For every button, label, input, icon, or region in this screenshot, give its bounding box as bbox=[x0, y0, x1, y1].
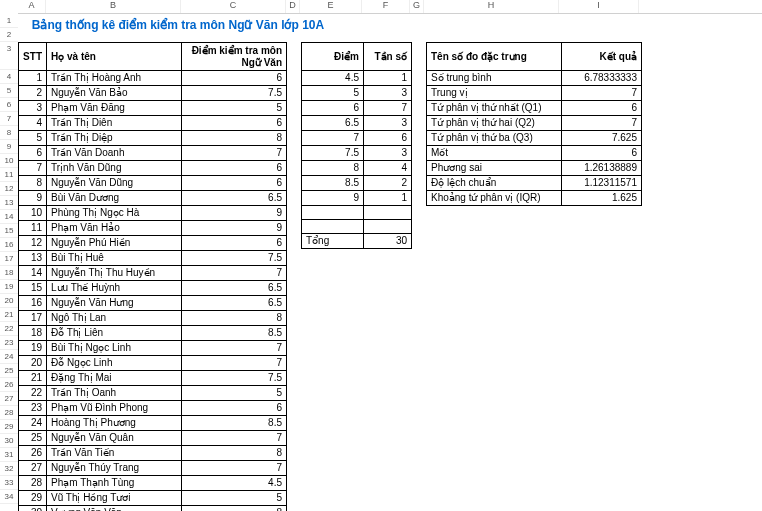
cell-stat-value[interactable]: 7.625 bbox=[562, 131, 642, 146]
cell-diem[interactable]: 8 bbox=[302, 161, 364, 176]
cell-score[interactable]: 6.5 bbox=[182, 296, 287, 311]
row-number[interactable]: 4 bbox=[0, 70, 18, 84]
col-header-f[interactable]: F bbox=[362, 0, 410, 13]
cell-stt[interactable]: 26 bbox=[19, 446, 47, 461]
cell-tanso[interactable]: 2 bbox=[364, 176, 412, 191]
cell-score[interactable]: 7 bbox=[182, 146, 287, 161]
row-number[interactable]: 28 bbox=[0, 406, 18, 420]
cell-stt[interactable]: 17 bbox=[19, 311, 47, 326]
row-number[interactable]: 6 bbox=[0, 98, 18, 112]
cell-stt[interactable]: 14 bbox=[19, 266, 47, 281]
cell-stt[interactable]: 16 bbox=[19, 296, 47, 311]
cell-tanso[interactable]: 3 bbox=[364, 146, 412, 161]
header-tanso[interactable]: Tần số bbox=[364, 43, 412, 71]
row-number[interactable]: 8 bbox=[0, 126, 18, 140]
cell-score[interactable]: 6 bbox=[182, 161, 287, 176]
cell-stt[interactable]: 2 bbox=[19, 86, 47, 101]
cell-stat-label[interactable]: Mốt bbox=[427, 146, 562, 161]
cell-score[interactable]: 6 bbox=[182, 236, 287, 251]
cell-score[interactable]: 7 bbox=[182, 431, 287, 446]
row-number[interactable]: 13 bbox=[0, 196, 18, 210]
cell-stt[interactable]: 30 bbox=[19, 506, 47, 512]
cell-stat-label[interactable]: Khoảng tứ phân vị (IQR) bbox=[427, 191, 562, 206]
cell-score[interactable]: 7 bbox=[182, 341, 287, 356]
cell-stt[interactable]: 15 bbox=[19, 281, 47, 296]
row-number[interactable]: 9 bbox=[0, 140, 18, 154]
cell-name[interactable]: Nguyễn Văn Hưng bbox=[47, 296, 182, 311]
row-number[interactable]: 16 bbox=[0, 238, 18, 252]
cell-name[interactable]: Phạm Văn Đăng bbox=[47, 101, 182, 116]
row-number[interactable]: 31 bbox=[0, 448, 18, 462]
header-stat-value[interactable]: Kết quả bbox=[562, 43, 642, 71]
cell-diem[interactable]: 9 bbox=[302, 191, 364, 206]
row-number[interactable]: 1 bbox=[0, 14, 18, 28]
cell-stt[interactable]: 9 bbox=[19, 191, 47, 206]
cell-stt[interactable]: 29 bbox=[19, 491, 47, 506]
row-number[interactable]: 29 bbox=[0, 420, 18, 434]
header-diem[interactable]: Điểm bbox=[302, 43, 364, 71]
row-number[interactable]: 22 bbox=[0, 322, 18, 336]
cell-name[interactable]: Nguyễn Phú Hiền bbox=[47, 236, 182, 251]
cell-name[interactable]: Nguyễn Văn Dũng bbox=[47, 176, 182, 191]
cell-stt[interactable]: 6 bbox=[19, 146, 47, 161]
cell-stt[interactable]: 13 bbox=[19, 251, 47, 266]
cell-diem[interactable]: 7.5 bbox=[302, 146, 364, 161]
cell-stat-label[interactable]: Độ lệch chuẩn bbox=[427, 176, 562, 191]
cell-score[interactable]: 7.5 bbox=[182, 371, 287, 386]
cell-score[interactable]: 6.5 bbox=[182, 191, 287, 206]
cell-stat-value[interactable]: 1.625 bbox=[562, 191, 642, 206]
cell-tanso[interactable]: 7 bbox=[364, 101, 412, 116]
row-number[interactable]: 18 bbox=[0, 266, 18, 280]
cell-stt[interactable]: 3 bbox=[19, 101, 47, 116]
cell-score[interactable]: 7 bbox=[182, 266, 287, 281]
col-header-h[interactable]: H bbox=[424, 0, 559, 13]
cell-score[interactable]: 8 bbox=[182, 446, 287, 461]
header-stt[interactable]: STT bbox=[19, 43, 47, 71]
cell-score[interactable]: 6 bbox=[182, 116, 287, 131]
cell-stt[interactable]: 23 bbox=[19, 401, 47, 416]
cell-score[interactable]: 9 bbox=[182, 221, 287, 236]
cell-stat-value[interactable]: 1.12311571 bbox=[562, 176, 642, 191]
col-header-b[interactable]: B bbox=[46, 0, 181, 13]
cell-name[interactable]: Phạm Thạnh Tùng bbox=[47, 476, 182, 491]
cell-name[interactable]: Vương Văn Văn bbox=[47, 506, 182, 512]
row-number[interactable]: 12 bbox=[0, 182, 18, 196]
cell-stt[interactable]: 7 bbox=[19, 161, 47, 176]
cell-stt[interactable]: 19 bbox=[19, 341, 47, 356]
row-number[interactable]: 10 bbox=[0, 154, 18, 168]
cell-diem[interactable]: 6 bbox=[302, 101, 364, 116]
cell-stt[interactable]: 1 bbox=[19, 71, 47, 86]
header-score[interactable]: Điểm kiểm tra môn Ngữ Văn bbox=[182, 43, 287, 71]
row-number[interactable]: 17 bbox=[0, 252, 18, 266]
cell-stat-value[interactable]: 6 bbox=[562, 146, 642, 161]
row-number[interactable]: 19 bbox=[0, 280, 18, 294]
cell-tanso[interactable]: 6 bbox=[364, 131, 412, 146]
cell-name[interactable]: Đỗ Ngọc Linh bbox=[47, 356, 182, 371]
cell-name[interactable]: Trần Thị Diệp bbox=[47, 131, 182, 146]
col-header-e[interactable]: E bbox=[300, 0, 362, 13]
cell-name[interactable]: Bùi Thị Huê bbox=[47, 251, 182, 266]
cell-tanso[interactable]: 1 bbox=[364, 71, 412, 86]
row-number[interactable]: 30 bbox=[0, 434, 18, 448]
cell-tanso[interactable]: 3 bbox=[364, 116, 412, 131]
cell-stt[interactable]: 4 bbox=[19, 116, 47, 131]
row-number[interactable]: 11 bbox=[0, 168, 18, 182]
cell-total-value[interactable]: 30 bbox=[364, 234, 412, 249]
col-header-c[interactable]: C bbox=[181, 0, 286, 13]
cell-stt[interactable]: 20 bbox=[19, 356, 47, 371]
cell-empty[interactable] bbox=[364, 220, 412, 234]
cell-name[interactable]: Trần Văn Doanh bbox=[47, 146, 182, 161]
header-name[interactable]: Họ và tên bbox=[47, 43, 182, 71]
cell-score[interactable]: 6 bbox=[182, 71, 287, 86]
cell-diem[interactable]: 7 bbox=[302, 131, 364, 146]
col-header-i[interactable]: I bbox=[559, 0, 639, 13]
cell-stt[interactable]: 11 bbox=[19, 221, 47, 236]
row-number[interactable]: 25 bbox=[0, 364, 18, 378]
cell-name[interactable]: Đỗ Thị Liên bbox=[47, 326, 182, 341]
cell-name[interactable]: Đặng Thị Mai bbox=[47, 371, 182, 386]
cell-name[interactable]: Nguyễn Văn Bảo bbox=[47, 86, 182, 101]
row-number[interactable]: 21 bbox=[0, 308, 18, 322]
cell-stat-label[interactable]: Tứ phân vị thứ nhất (Q1) bbox=[427, 101, 562, 116]
cell-stt[interactable]: 28 bbox=[19, 476, 47, 491]
cell-score[interactable]: 7.5 bbox=[182, 86, 287, 101]
